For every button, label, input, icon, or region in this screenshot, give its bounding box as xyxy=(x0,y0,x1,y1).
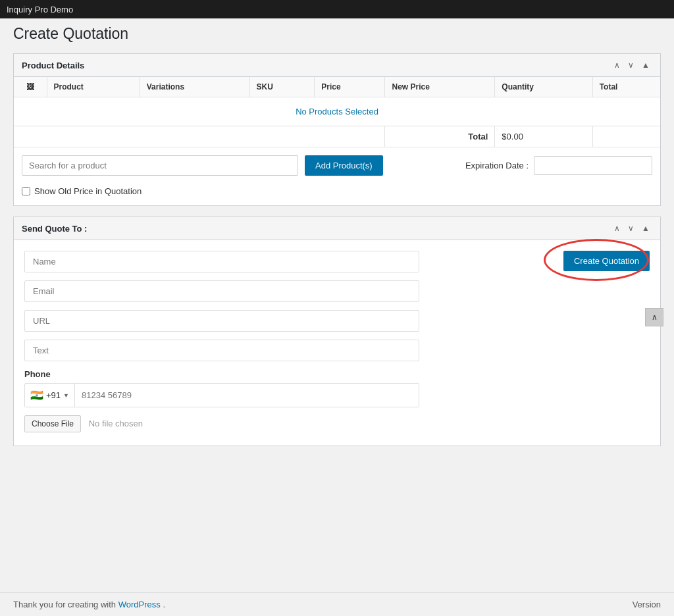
expiration-label: Expiration Date : xyxy=(465,161,529,170)
product-details-header: Product Details ∧ ∨ ▲ xyxy=(14,54,660,77)
phone-section: Phone 🇮🇳 +91 ▼ xyxy=(24,369,650,407)
page-wrapper: Create Quotation Product Details ∧ ∨ ▲ 🖼… xyxy=(0,18,674,611)
send-quote-toggle-btn[interactable]: ▲ xyxy=(639,222,652,234)
show-old-price-checkbox[interactable] xyxy=(22,187,30,195)
admin-bar-title: Inquiry Pro Demo xyxy=(7,5,73,14)
phone-code: +91 xyxy=(46,390,61,400)
phone-label: Phone xyxy=(24,369,650,379)
name-field-wrapper xyxy=(24,251,650,272)
product-details-title: Product Details xyxy=(22,61,84,70)
send-quote-panel: Send Quote To : ∧ ∨ ▲ Create Quotation xyxy=(13,217,661,446)
total-row: Total $0.00 xyxy=(14,126,660,147)
footer-period: . xyxy=(163,600,165,609)
choose-file-button[interactable]: Choose File xyxy=(24,415,81,432)
email-field-wrapper xyxy=(24,280,650,302)
footer-text: Thank you for creating with WordPress . xyxy=(13,600,165,609)
col-new-price: New Price xyxy=(385,77,495,97)
no-products-row: No Products Selected xyxy=(14,97,660,126)
india-flag-icon: 🇮🇳 xyxy=(30,389,43,401)
scroll-to-top-button[interactable]: ∧ xyxy=(645,308,663,326)
scroll-up-icon: ∧ xyxy=(652,313,658,322)
footer-thank-you: Thank you for creating with xyxy=(13,600,118,609)
total-spacer xyxy=(14,126,385,147)
send-quote-controls: ∧ ∨ ▲ xyxy=(611,222,652,234)
expiration-date-input[interactable] xyxy=(534,156,652,175)
send-quote-title: Send Quote To : xyxy=(22,224,87,234)
send-quote-collapse-btn[interactable]: ∧ xyxy=(611,222,623,234)
show-old-price-label[interactable]: Show Old Price in Quotation xyxy=(34,186,142,196)
phone-input-wrapper: 🇮🇳 +91 ▼ xyxy=(24,383,419,407)
url-input[interactable] xyxy=(24,310,419,332)
wordpress-link[interactable]: WordPress xyxy=(118,600,161,609)
total-value: $0.00 xyxy=(495,126,592,147)
panel-toggle-btn[interactable]: ▲ xyxy=(639,59,652,71)
total-empty xyxy=(592,126,660,147)
product-details-body: 🖼 Product Variations SKU Price New Price… xyxy=(14,77,660,205)
phone-number-input[interactable] xyxy=(75,385,419,405)
add-products-button[interactable]: Add Product(s) xyxy=(305,155,383,176)
table-header-row: 🖼 Product Variations SKU Price New Price… xyxy=(14,77,660,97)
col-image: 🖼 xyxy=(14,77,47,97)
expiration-area: Expiration Date : xyxy=(465,156,652,175)
col-variations: Variations xyxy=(140,77,249,97)
file-upload-area: Choose File No file chosen xyxy=(24,415,650,432)
create-quotation-button[interactable]: Create Quotation xyxy=(563,251,650,271)
text-input[interactable] xyxy=(24,340,419,361)
checkbox-area: Show Old Price in Quotation xyxy=(14,184,660,205)
col-product: Product xyxy=(47,77,140,97)
product-details-panel: Product Details ∧ ∨ ▲ 🖼 Product Variatio… xyxy=(13,53,661,206)
version-text: Version xyxy=(633,600,661,609)
total-label: Total xyxy=(385,126,495,147)
footer-version: Version xyxy=(633,600,661,609)
phone-dropdown-arrow-icon: ▼ xyxy=(63,392,69,399)
page-title: Create Quotation xyxy=(13,25,661,43)
send-quote-header: Send Quote To : ∧ ∨ ▲ xyxy=(14,217,660,240)
col-total: Total xyxy=(592,77,660,97)
panel-expand-btn[interactable]: ∨ xyxy=(625,59,636,71)
product-table: 🖼 Product Variations SKU Price New Price… xyxy=(14,77,660,147)
send-quote-expand-btn[interactable]: ∨ xyxy=(625,222,636,234)
phone-country-selector[interactable]: 🇮🇳 +91 ▼ xyxy=(25,384,75,407)
panel-controls: ∧ ∨ ▲ xyxy=(611,59,652,71)
url-field-wrapper xyxy=(24,310,650,332)
email-input[interactable] xyxy=(24,280,419,302)
product-search-input[interactable] xyxy=(22,155,298,176)
create-quotation-wrapper: Create Quotation xyxy=(563,251,650,271)
col-price: Price xyxy=(315,77,385,97)
product-search-area: Add Product(s) Expiration Date : xyxy=(14,147,660,184)
text-field-wrapper xyxy=(24,340,650,361)
panel-collapse-btn[interactable]: ∧ xyxy=(611,59,623,71)
admin-bar: Inquiry Pro Demo xyxy=(0,0,674,18)
col-quantity: Quantity xyxy=(495,77,592,97)
no-file-text: No file chosen xyxy=(89,419,143,428)
send-quote-body: Create Quotation Phone xyxy=(14,240,660,446)
col-sku: SKU xyxy=(249,77,315,97)
name-input[interactable] xyxy=(24,251,419,272)
site-footer: Thank you for creating with WordPress . … xyxy=(0,592,674,611)
no-products-text: No Products Selected xyxy=(14,97,660,126)
